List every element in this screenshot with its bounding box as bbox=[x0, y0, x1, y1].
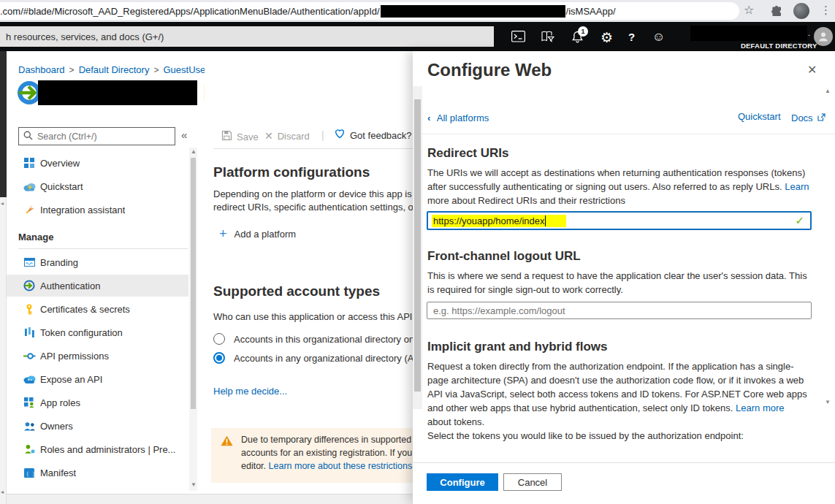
bookmark-star-icon[interactable]: ☆ bbox=[744, 4, 754, 16]
panel-header-divider bbox=[413, 134, 835, 134]
cancel-button[interactable]: Cancel bbox=[503, 473, 562, 491]
svg-text:{ }: { } bbox=[26, 470, 35, 476]
logout-desc-line1: This is where we send a request to have … bbox=[427, 270, 807, 281]
radio-selected-icon[interactable] bbox=[213, 352, 225, 364]
platform-configurations-heading: Platform configurations bbox=[213, 164, 370, 180]
sidebar-item-label: Overview bbox=[40, 158, 80, 169]
got-feedback-label: Got feedback? bbox=[350, 130, 412, 141]
scroll-down-icon[interactable]: ▼ bbox=[191, 481, 197, 488]
browser-menu-icon[interactable]: ⋮ bbox=[820, 4, 831, 15]
chevron-left-icon: ‹ bbox=[427, 112, 430, 123]
api-permissions-icon bbox=[18, 352, 40, 360]
sidebar-item-overview[interactable]: Overview bbox=[7, 152, 188, 174]
external-link-icon bbox=[817, 111, 826, 123]
address-bar[interactable]: .com/#blade/Microsoft_AAD_RegisteredApps… bbox=[0, 2, 739, 20]
sidebar-search-input[interactable] bbox=[37, 131, 161, 142]
platform-desc-line1: Depending on the platform or device this… bbox=[213, 188, 412, 199]
sidebar-item-authentication[interactable]: Authentication bbox=[7, 275, 188, 297]
sidebar-item-api-permissions[interactable]: API permissions bbox=[7, 345, 188, 367]
sidebar-item-label: Branding bbox=[40, 257, 78, 268]
sidebar-item-label: App roles bbox=[40, 397, 80, 408]
sidebar-search[interactable] bbox=[18, 127, 175, 145]
redirect-learn-more-link[interactable]: Learn bbox=[785, 181, 809, 192]
save-button[interactable]: Save bbox=[221, 130, 259, 144]
branding-icon bbox=[18, 258, 40, 267]
account-avatar[interactable] bbox=[814, 27, 833, 46]
tokens-learn-more-link-line2[interactable]: about tokens. bbox=[427, 416, 484, 427]
browser-profile-avatar[interactable] bbox=[793, 3, 809, 19]
search-icon bbox=[23, 130, 33, 143]
manifest-icon: { } bbox=[18, 468, 40, 478]
notification-count-badge: 1 bbox=[578, 26, 588, 37]
radio-unselected-icon[interactable] bbox=[213, 333, 225, 345]
panel-scroll-up-icon[interactable]: ▲ bbox=[825, 88, 831, 94]
scroll-up-icon[interactable]: ▲ bbox=[191, 148, 197, 155]
sidebar-item-label: Manifest bbox=[40, 467, 76, 478]
supported-account-types-heading: Supported account types bbox=[213, 283, 380, 299]
discard-x-icon: ✕ bbox=[264, 130, 273, 142]
global-search-input[interactable] bbox=[0, 26, 494, 47]
warning-restrictions-link[interactable]: Learn more about these restrictions. bbox=[269, 461, 413, 471]
panel-scrollbar-thumb[interactable] bbox=[414, 99, 421, 392]
quickstart-icon bbox=[18, 182, 40, 191]
redirect-desc-line2: after successfully authenticating or sig… bbox=[427, 181, 809, 192]
tokens-learn-more-link[interactable]: Learn more bbox=[736, 402, 784, 413]
sidebar-item-certificates-secrets[interactable]: Certificates & secrets bbox=[7, 298, 188, 320]
add-platform-label: Add a platform bbox=[235, 229, 297, 240]
help-me-decide-link[interactable]: Help me decide... bbox=[213, 386, 287, 397]
account-separator: . bbox=[808, 28, 810, 37]
sidebar-item-manifest[interactable]: { } Manifest bbox=[7, 462, 188, 484]
all-platforms-back-link[interactable]: ‹ All platforms bbox=[427, 111, 489, 124]
discard-label: Discard bbox=[278, 131, 310, 142]
discard-button[interactable]: ✕ Discard bbox=[264, 130, 310, 142]
breadcrumb-default-directory[interactable]: Default Directory bbox=[79, 64, 150, 75]
sidebar-item-owners[interactable]: Owners bbox=[7, 415, 188, 437]
expand-left-arrow-icon[interactable]: ◂ bbox=[1, 200, 4, 207]
configure-button[interactable]: Configure bbox=[427, 473, 498, 491]
token-configuration-icon bbox=[18, 327, 40, 337]
add-platform-button[interactable]: + Add a platform bbox=[219, 226, 296, 242]
breadcrumb-dashboard[interactable]: Dashboard bbox=[18, 64, 65, 75]
redirect-learn-more-link-line2[interactable]: more about Redirect URIs and their restr… bbox=[427, 195, 625, 206]
radio-this-directory[interactable]: Accounts in this organizational director… bbox=[213, 333, 413, 345]
sidebar-item-label: Certificates & secrets bbox=[40, 304, 130, 315]
app-name-redaction bbox=[38, 80, 197, 105]
quickstart-link[interactable]: Quickstart bbox=[738, 111, 781, 122]
front-channel-logout-heading: Front-channel logout URL bbox=[427, 249, 581, 264]
radio-any-directory-label: Accounts in any organizational directory… bbox=[234, 353, 413, 364]
url-prefix: .com/#blade/Microsoft_AAD_RegisteredApps… bbox=[0, 6, 380, 17]
sidebar-item-expose-an-api[interactable]: Expose an API bbox=[7, 368, 188, 390]
warning-line3: editor. Learn more about these restricti… bbox=[241, 459, 413, 473]
settings-gear-icon[interactable]: ⚙ bbox=[600, 29, 613, 46]
sidebar-item-roles-administrators[interactable]: Roles and administrators | Pre... bbox=[7, 438, 188, 460]
logout-url-input[interactable] bbox=[427, 302, 812, 319]
sidebar-item-token-configuration[interactable]: Token configuration bbox=[7, 321, 188, 343]
panel-scroll-down-icon[interactable]: ▼ bbox=[825, 399, 831, 405]
sidebar-item-quickstart[interactable]: Quickstart bbox=[7, 175, 188, 197]
sidebar-item-branding[interactable]: Branding bbox=[7, 251, 188, 273]
sidebar-item-label: Expose an API bbox=[40, 374, 102, 385]
sidebar-item-label: Authentication bbox=[40, 280, 100, 291]
help-icon[interactable]: ? bbox=[628, 31, 635, 43]
authentication-icon bbox=[18, 280, 40, 291]
got-feedback-button[interactable]: Got feedback? bbox=[334, 129, 412, 142]
redirect-uris-heading: Redirect URIs bbox=[427, 146, 508, 161]
sidebar-item-integration-assistant[interactable]: Integration assistant bbox=[7, 199, 188, 221]
expand-left-arrow-icon[interactable]: ◂ bbox=[1, 489, 4, 495]
sidebar-item-app-roles[interactable]: App roles bbox=[7, 392, 188, 413]
url-suffix: /isMSAApp/ bbox=[566, 6, 616, 17]
cloud-shell-icon[interactable] bbox=[511, 31, 525, 45]
radio-this-directory-label: Accounts in this organizational director… bbox=[234, 334, 413, 345]
sidebar-collapse-icon[interactable]: « bbox=[181, 129, 187, 141]
feedback-smiley-icon[interactable]: ☺ bbox=[652, 30, 665, 45]
sidebar-scrollbar-thumb[interactable] bbox=[191, 158, 196, 409]
owners-icon bbox=[18, 421, 40, 431]
radio-any-directory[interactable]: Accounts in any organizational directory… bbox=[213, 352, 413, 364]
directory-filter-icon[interactable] bbox=[541, 31, 554, 45]
redirect-uri-input[interactable]: https://youapp/home/index ✓ bbox=[427, 211, 812, 230]
sidebar-item-label: API permissions bbox=[40, 351, 109, 362]
extensions-puzzle-icon[interactable] bbox=[771, 5, 782, 20]
close-icon[interactable]: ✕ bbox=[807, 63, 817, 77]
docs-link[interactable]: Docs bbox=[791, 111, 826, 124]
select-tokens-text: Select the tokens you would like to be i… bbox=[427, 430, 744, 441]
